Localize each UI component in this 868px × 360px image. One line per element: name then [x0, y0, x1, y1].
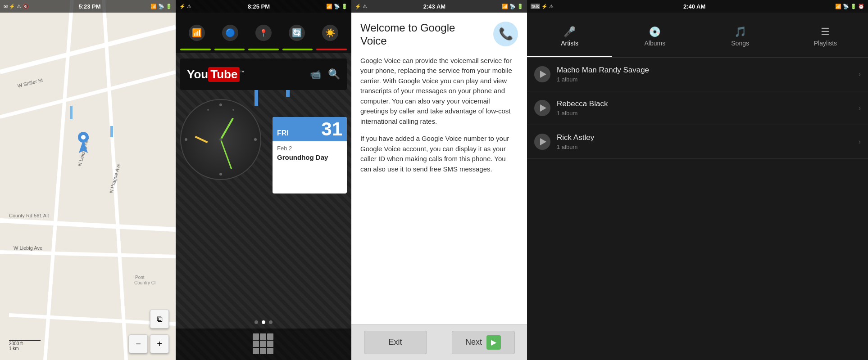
clock-marker-3: [254, 138, 257, 141]
map-status-bar: ✉ ⚡ ⚠ 🔇 5:23 PM 📶 📡 🔋: [0, 0, 176, 13]
svg-text:County Rd 561 Alt: County Rd 561 Alt: [9, 213, 49, 218]
qs-bar-3: [248, 49, 279, 50]
artist-album-count: 1 album: [557, 110, 852, 117]
clock-face: [180, 99, 261, 180]
usb-icon-home: ⚡: [179, 4, 186, 9]
map-panel: W Shiller St N Leipzig Ave N Prague Ave …: [0, 0, 176, 360]
zoom-out-button[interactable]: −: [129, 334, 148, 353]
voice-status-icons-right: 📶 📡 🔋: [502, 4, 523, 9]
artists-tab-icon: 🎤: [564, 26, 576, 38]
next-button[interactable]: Next ▶: [452, 331, 515, 354]
wifi-icon: 📶: [150, 4, 157, 9]
signal-icon-home: 📡: [334, 4, 340, 9]
artist-item-macho-man[interactable]: Macho Man Randy Savage 1 album ›: [527, 58, 868, 91]
artist-play-button[interactable]: [534, 100, 550, 116]
artists-tab-label: Artists: [561, 40, 578, 47]
voice-phone-icon: 📞: [493, 22, 518, 46]
playlists-tab-label: Playlists: [814, 40, 837, 47]
mute-icon: 🔇: [23, 4, 29, 9]
home-status-bar: ⚡ ⚠ 8:25 PM 📶 📡 🔋: [176, 0, 351, 13]
calendar-header: FRI 31: [273, 117, 347, 141]
nav-grid-dot: [253, 348, 259, 354]
artist-item-rick-astley[interactable]: Rick Astley 1 album ›: [527, 125, 868, 159]
artist-play-button[interactable]: [534, 134, 550, 150]
search-icon[interactable]: 🔍: [328, 68, 340, 80]
artist-play-button[interactable]: [534, 66, 550, 82]
chevron-right-icon: ›: [859, 104, 861, 112]
clock-marker-6: [219, 173, 222, 176]
sync-icon: 🔄: [289, 25, 305, 41]
playlists-tab-icon: ☰: [821, 26, 830, 38]
home-nav-bar: [176, 328, 351, 360]
zoom-in-button[interactable]: +: [150, 334, 169, 353]
voice-status-icons-left: ⚡ ⚠: [355, 4, 367, 9]
qs-gps[interactable]: 📍: [255, 25, 272, 41]
home-status-time: 8:25 PM: [248, 3, 270, 10]
calendar-month: Feb 2: [277, 145, 342, 152]
home-status-icons-right: 📶 📡 🔋: [326, 4, 348, 9]
clock-marker-12: [219, 104, 222, 106]
app-drawer-button[interactable]: [253, 333, 274, 355]
svg-text:Country Cl: Country Cl: [134, 280, 155, 285]
wifi-icon-home: 📶: [326, 4, 332, 9]
calendar-event: Groundhog Day: [277, 153, 342, 161]
warn-icon-voice: ⚠: [363, 4, 367, 9]
map-status-time: 5:23 PM: [78, 3, 100, 10]
music-status-time: 2:40 AM: [683, 3, 705, 10]
voice-footer: Exit Next ▶: [351, 324, 527, 360]
tab-albums[interactable]: 💿 Albums: [612, 13, 697, 57]
zoom-in-icon: +: [157, 339, 162, 349]
artist-item-rebecca-black[interactable]: Rebecca Black 1 album ›: [527, 91, 868, 125]
qs-sync[interactable]: 🔄: [289, 25, 305, 41]
qs-wifi[interactable]: 📶: [189, 25, 205, 41]
qs-bluetooth[interactable]: 🔵: [222, 25, 238, 41]
clock-widget: [180, 99, 261, 180]
artist-name: Macho Man Randy Savage: [557, 66, 852, 75]
battery-icon-voice: 🔋: [517, 4, 523, 9]
layers-icon: ⧉: [157, 315, 163, 324]
warn-icon-music: ⚠: [549, 4, 554, 9]
artist-info: Macho Man Randy Savage 1 album: [557, 66, 852, 83]
voice-title: Welcome to Google Voice: [360, 22, 455, 48]
video-camera-icon[interactable]: 📹: [310, 69, 321, 80]
exit-button[interactable]: Exit: [364, 331, 427, 354]
home-dot-2: [262, 320, 265, 324]
battery-icon-home: 🔋: [341, 4, 348, 9]
youtube-widget[interactable]: You Tube ™ 📹 🔍: [180, 58, 347, 90]
qs-bar-2: [214, 49, 245, 50]
usb-icon-voice: ⚡: [355, 4, 361, 9]
songs-tab-icon: 🎵: [734, 26, 746, 38]
clock-marker-1: [232, 109, 234, 111]
alarm-icon-music: ⏰: [858, 4, 864, 9]
youtube-you: You: [187, 68, 208, 81]
battery-icon-music: 🔋: [850, 4, 857, 9]
voice-header: Welcome to Google Voice 📞: [360, 22, 518, 48]
artist-info: Rebecca Black 1 album: [557, 99, 852, 117]
artist-album-count: 1 album: [557, 76, 852, 83]
albums-tab-label: Albums: [645, 40, 666, 47]
clock-marker-9: [185, 138, 187, 141]
voice-status-bar: ⚡ ⚠ 2:43 AM 📶 📡 🔋: [351, 0, 527, 13]
calendar-widget: FRI 31 Feb 2 Groundhog Day: [273, 117, 347, 194]
qs-brightness[interactable]: ☀️: [322, 25, 338, 41]
map-scale: 2000 ft 1 km: [9, 340, 41, 351]
wifi-icon-voice: 📶: [502, 4, 508, 9]
artist-album-count: 1 album: [557, 144, 852, 150]
music-status-icons-left: talk ⚡ ⚠: [531, 4, 554, 9]
scale-2000ft: 2000 ft: [9, 341, 41, 346]
svg-rect-0: [0, 0, 176, 360]
nav-grid-dot: [253, 341, 259, 347]
talk-icon: talk: [531, 4, 540, 9]
tab-artists[interactable]: 🎤 Artists: [527, 13, 612, 57]
nav-grid-dot: [267, 348, 273, 354]
qs-bar-4: [282, 49, 313, 50]
artist-info: Rick Astley 1 album: [557, 133, 852, 150]
mail-icon: ✉: [4, 4, 8, 9]
signal-icon: 📡: [158, 4, 164, 9]
map-layers-button[interactable]: ⧉: [150, 310, 169, 328]
home-panel: ⚡ ⚠ 8:25 PM 📶 📡 🔋 📶 🔵 📍 🔄 ☀️: [176, 0, 351, 360]
tab-playlists[interactable]: ☰ Playlists: [783, 13, 868, 57]
usb-icon: ⚡: [9, 4, 15, 9]
tab-songs[interactable]: 🎵 Songs: [698, 13, 783, 57]
svg-text:Pont: Pont: [135, 275, 145, 280]
